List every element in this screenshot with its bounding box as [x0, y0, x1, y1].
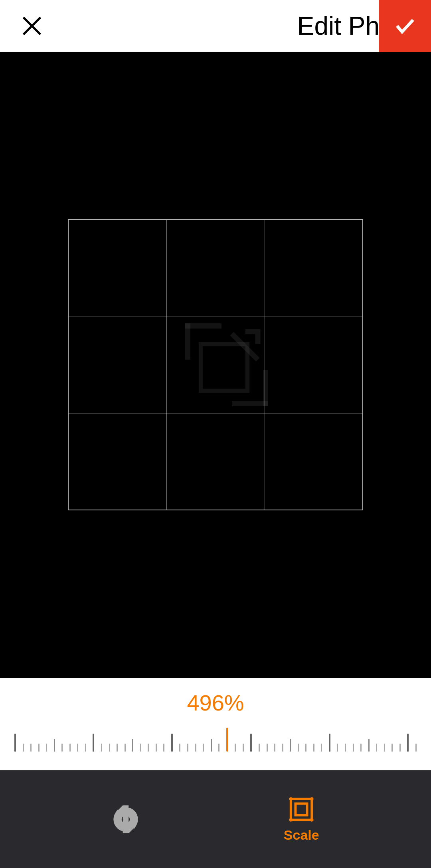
- ruler-tick: [140, 744, 141, 752]
- ruler-tick: [211, 739, 212, 752]
- ruler-tick: [85, 744, 86, 752]
- ruler-tick: [38, 744, 40, 752]
- ruler-tick: [407, 734, 409, 752]
- svg-rect-4: [263, 370, 268, 406]
- ruler-tick: [46, 744, 47, 752]
- ruler-tick: [384, 744, 385, 752]
- ruler-tick: [156, 744, 157, 752]
- canvas-area[interactable]: [0, 52, 431, 678]
- ruler-tick: [345, 744, 346, 752]
- ruler-tick: [337, 744, 338, 752]
- ruler-tick: [376, 744, 377, 752]
- ruler-tick: [117, 744, 118, 752]
- svg-point-13: [310, 818, 314, 822]
- ruler-tick: [187, 744, 188, 752]
- ruler-tick: [250, 734, 252, 752]
- header: Edit Photo: [0, 0, 431, 52]
- ruler-tick: [305, 744, 306, 752]
- ruler[interactable]: [0, 728, 431, 752]
- ruler-tick: [23, 744, 24, 752]
- ruler-tick: [391, 744, 393, 752]
- ruler-tick: [298, 744, 299, 752]
- ruler-tick: [54, 739, 55, 752]
- scale-label: Scale: [284, 827, 319, 843]
- ruler-tick: [274, 744, 275, 752]
- ruler-tick: [125, 744, 126, 752]
- scale-value: 496%: [187, 690, 244, 716]
- ruler-tick: [259, 744, 260, 752]
- grid-line-vertical-1: [166, 220, 167, 510]
- ruler-tick: [148, 744, 149, 752]
- ruler-tick: [101, 744, 102, 752]
- svg-rect-2: [185, 323, 190, 360]
- bottom-toolbar: Scale: [0, 770, 431, 868]
- ruler-tick: [243, 744, 244, 752]
- ruler-tick: [290, 739, 291, 752]
- ruler-tick: [30, 744, 32, 752]
- ruler-tick: [203, 744, 204, 752]
- svg-point-12: [289, 818, 293, 822]
- scale-panel: 496%: [0, 678, 431, 770]
- close-button[interactable]: [16, 10, 48, 42]
- rotate-icon: [112, 805, 140, 833]
- ruler-tick: [353, 744, 354, 752]
- ruler-tick: [14, 734, 16, 752]
- scale-icon: [287, 795, 315, 823]
- svg-rect-6: [201, 344, 247, 391]
- ruler-tick: [267, 744, 268, 752]
- ruler-tick: [226, 728, 228, 752]
- ruler-tick: [368, 739, 370, 752]
- svg-point-10: [289, 797, 293, 801]
- ruler-tick: [415, 744, 417, 752]
- ruler-tick: [69, 744, 71, 752]
- ruler-tick: [218, 744, 219, 752]
- ruler-tick: [195, 744, 196, 752]
- ruler-tick: [282, 744, 283, 752]
- crop-grid[interactable]: [68, 219, 363, 510]
- svg-rect-5: [232, 401, 268, 406]
- rotate-button[interactable]: [112, 805, 140, 833]
- ruler-tick: [109, 744, 110, 752]
- svg-rect-8: [291, 799, 312, 820]
- crop-watermark-icon: [171, 313, 283, 417]
- ruler-tick: [235, 744, 236, 752]
- confirm-button[interactable]: [379, 0, 431, 52]
- ruler-tick: [61, 744, 63, 752]
- ruler-tick: [93, 734, 94, 752]
- ruler-tick: [77, 744, 78, 752]
- svg-line-7: [232, 334, 258, 360]
- svg-rect-9: [296, 803, 307, 815]
- svg-rect-3: [185, 323, 221, 329]
- ruler-container[interactable]: [0, 724, 431, 756]
- ruler-tick: [329, 734, 330, 752]
- scale-button[interactable]: Scale: [284, 795, 319, 843]
- ruler-tick: [399, 744, 401, 752]
- ruler-tick: [179, 744, 180, 752]
- ruler-tick: [313, 744, 314, 752]
- ruler-tick: [163, 744, 164, 752]
- ruler-tick: [360, 744, 362, 752]
- svg-point-11: [310, 797, 314, 801]
- ruler-tick: [171, 734, 173, 752]
- ruler-tick: [321, 744, 322, 752]
- ruler-tick: [132, 739, 133, 752]
